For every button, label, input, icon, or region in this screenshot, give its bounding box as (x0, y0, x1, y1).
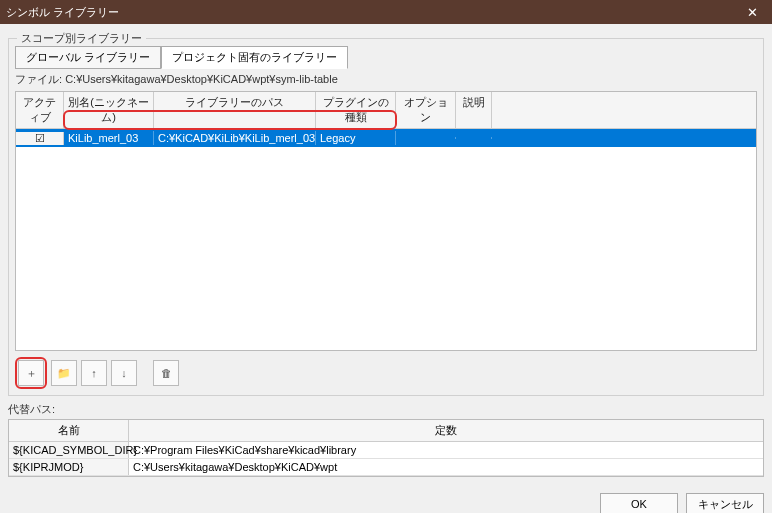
add-button[interactable]: ＋ (18, 360, 44, 386)
alt-path-label: 代替パス: (8, 402, 764, 417)
dialog-content: スコープ別ライブラリー グローバル ライブラリー プロジェクト固有のライブラリー… (0, 24, 772, 485)
arrow-up-icon: ↑ (91, 367, 97, 379)
th-nickname[interactable]: 別名(ニックネーム) (64, 92, 154, 128)
footer: OK キャンセル (0, 485, 772, 513)
alt-row: ${KICAD_SYMBOL_DIR} C:¥Program Files¥KiC… (9, 442, 763, 459)
th-path[interactable]: ライブラリーのパス (154, 92, 316, 128)
cell-plugin[interactable]: Legacy (316, 131, 396, 145)
move-down-button[interactable]: ↓ (111, 360, 137, 386)
cell-option[interactable] (396, 137, 456, 139)
alt-th-value[interactable]: 定数 (129, 420, 763, 441)
cancel-button[interactable]: キャンセル (686, 493, 764, 513)
active-checkbox[interactable]: ☑ (16, 132, 64, 145)
trash-icon: 🗑 (161, 367, 172, 379)
alt-cell-value: C:¥Program Files¥KiCad¥share¥kicad¥libra… (129, 442, 763, 458)
file-line: ファイル: C:¥Users¥kitagawa¥Desktop¥KiCAD¥wp… (15, 72, 757, 87)
cell-description[interactable] (456, 137, 492, 139)
tabs: グローバル ライブラリー プロジェクト固有のライブラリー (15, 45, 757, 68)
alt-cell-name: ${KICAD_SYMBOL_DIR} (9, 442, 129, 458)
arrow-down-icon: ↓ (121, 367, 127, 379)
scope-group: スコープ別ライブラリー グローバル ライブラリー プロジェクト固有のライブラリー… (8, 38, 764, 396)
file-path: C:¥Users¥kitagawa¥Desktop¥KiCAD¥wpt¥sym-… (65, 73, 338, 85)
delete-button[interactable]: 🗑 (153, 360, 179, 386)
tab-project[interactable]: プロジェクト固有のライブラリー (161, 46, 348, 69)
titlebar: シンボル ライブラリー ✕ (0, 0, 772, 24)
folder-icon: 📁 (57, 367, 71, 380)
th-active[interactable]: アクティブ (16, 92, 64, 128)
window-title: シンボル ライブラリー (6, 5, 119, 20)
ok-button[interactable]: OK (600, 493, 678, 513)
alt-row: ${KIPRJMOD} C:¥Users¥kitagawa¥Desktop¥Ki… (9, 459, 763, 476)
file-label: ファイル: (15, 73, 62, 85)
alt-path-table: 名前 定数 ${KICAD_SYMBOL_DIR} C:¥Program Fil… (8, 419, 764, 477)
library-table[interactable]: アクティブ 別名(ニックネーム) ライブラリーのパス プラグインの種類 オプショ… (15, 91, 757, 351)
th-description[interactable]: 説明 (456, 92, 492, 128)
toolbar: ＋ 📁 ↑ ↓ 🗑 (15, 357, 757, 389)
alt-header: 名前 定数 (9, 420, 763, 442)
cell-path[interactable]: C:¥KiCAD¥KiLib¥KiLib_merl_03.lib (154, 131, 316, 145)
scope-group-label: スコープ別ライブラリー (17, 31, 146, 46)
alt-cell-name: ${KIPRJMOD} (9, 459, 129, 475)
close-icon[interactable]: ✕ (738, 5, 766, 20)
alt-cell-value: C:¥Users¥kitagawa¥Desktop¥KiCAD¥wpt (129, 459, 763, 475)
th-option[interactable]: オプション (396, 92, 456, 128)
alt-th-name[interactable]: 名前 (9, 420, 129, 441)
add-button-annotation: ＋ (15, 357, 47, 389)
tab-global[interactable]: グローバル ライブラリー (15, 46, 161, 69)
plus-icon: ＋ (26, 366, 37, 381)
cell-nickname[interactable]: KiLib_merl_03 (64, 131, 154, 145)
table-row[interactable]: ☑ KiLib_merl_03 C:¥KiCAD¥KiLib¥KiLib_mer… (16, 129, 756, 147)
table-header: アクティブ 別名(ニックネーム) ライブラリーのパス プラグインの種類 オプショ… (16, 92, 756, 129)
th-plugin[interactable]: プラグインの種類 (316, 92, 396, 128)
browse-button[interactable]: 📁 (51, 360, 77, 386)
move-up-button[interactable]: ↑ (81, 360, 107, 386)
